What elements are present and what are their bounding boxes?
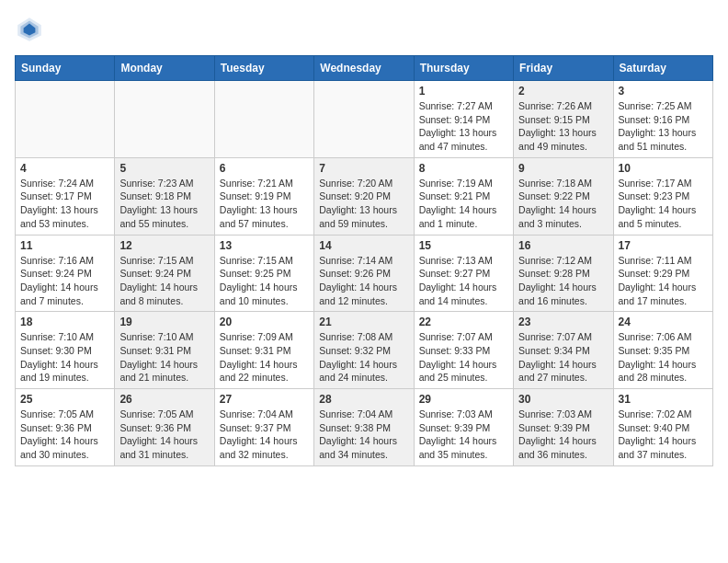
calendar-cell: 24Sunrise: 7:06 AM Sunset: 9:35 PM Dayli…: [613, 312, 712, 389]
day-info: Sunrise: 7:02 AM Sunset: 9:40 PM Dayligh…: [619, 408, 708, 462]
day-info: Sunrise: 7:11 AM Sunset: 9:29 PM Dayligh…: [619, 254, 708, 308]
day-number: 1: [419, 85, 508, 98]
day-info: Sunrise: 7:23 AM Sunset: 9:18 PM Dayligh…: [119, 177, 209, 231]
day-info: Sunrise: 7:08 AM Sunset: 9:32 PM Dayligh…: [319, 330, 408, 385]
day-number: 7: [319, 162, 408, 175]
calendar-cell: [16, 81, 115, 158]
day-info: Sunrise: 7:03 AM Sunset: 9:39 PM Dayligh…: [518, 408, 608, 462]
day-number: 8: [419, 162, 508, 175]
calendar-cell: 6Sunrise: 7:21 AM Sunset: 9:19 PM Daylig…: [214, 157, 313, 235]
calendar-cell: 28Sunrise: 7:04 AM Sunset: 9:38 PM Dayli…: [314, 389, 414, 466]
day-info: Sunrise: 7:16 AM Sunset: 9:24 PM Dayligh…: [20, 254, 109, 308]
calendar-cell: 19Sunrise: 7:10 AM Sunset: 9:31 PM Dayli…: [115, 312, 214, 389]
calendar-cell: 26Sunrise: 7:05 AM Sunset: 9:36 PM Dayli…: [115, 389, 214, 466]
day-info: Sunrise: 7:24 AM Sunset: 9:17 PM Dayligh…: [20, 177, 109, 231]
calendar-cell: 30Sunrise: 7:03 AM Sunset: 9:39 PM Dayli…: [514, 389, 613, 466]
calendar-cell: 15Sunrise: 7:13 AM Sunset: 9:27 PM Dayli…: [414, 235, 513, 312]
day-number: 27: [220, 393, 309, 406]
day-number: 24: [619, 316, 708, 328]
page-header: [15, 15, 713, 44]
calendar-cell: 10Sunrise: 7:17 AM Sunset: 9:23 PM Dayli…: [613, 157, 712, 235]
day-number: 6: [220, 162, 309, 175]
day-info: Sunrise: 7:20 AM Sunset: 9:20 PM Dayligh…: [319, 177, 408, 231]
day-info: Sunrise: 7:18 AM Sunset: 9:22 PM Dayligh…: [518, 177, 608, 231]
calendar-week-1: 4Sunrise: 7:24 AM Sunset: 9:17 PM Daylig…: [16, 157, 713, 235]
day-info: Sunrise: 7:25 AM Sunset: 9:16 PM Dayligh…: [619, 99, 708, 154]
calendar-cell: 8Sunrise: 7:19 AM Sunset: 9:21 PM Daylig…: [414, 157, 513, 235]
day-number: 22: [419, 316, 508, 328]
calendar-cell: 4Sunrise: 7:24 AM Sunset: 9:17 PM Daylig…: [16, 157, 115, 235]
day-number: 2: [518, 85, 608, 98]
day-number: 30: [518, 393, 608, 406]
calendar-header: SundayMondayTuesdayWednesdayThursdayFrid…: [16, 56, 713, 81]
weekday-header-wednesday: Wednesday: [314, 56, 414, 81]
day-number: 23: [518, 316, 608, 328]
calendar-cell: 20Sunrise: 7:09 AM Sunset: 9:31 PM Dayli…: [214, 312, 313, 389]
day-number: 26: [119, 393, 209, 406]
day-number: 31: [619, 393, 708, 406]
day-number: 4: [20, 162, 109, 175]
day-number: 19: [119, 316, 209, 328]
day-info: Sunrise: 7:04 AM Sunset: 9:38 PM Dayligh…: [319, 408, 408, 462]
day-number: 12: [119, 239, 209, 252]
calendar-cell: 7Sunrise: 7:20 AM Sunset: 9:20 PM Daylig…: [314, 157, 414, 235]
day-info: Sunrise: 7:06 AM Sunset: 9:35 PM Dayligh…: [619, 330, 708, 385]
calendar-cell: 5Sunrise: 7:23 AM Sunset: 9:18 PM Daylig…: [115, 157, 214, 235]
calendar-cell: 31Sunrise: 7:02 AM Sunset: 9:40 PM Dayli…: [613, 389, 712, 466]
day-number: 9: [518, 162, 608, 175]
calendar-cell: 3Sunrise: 7:25 AM Sunset: 9:16 PM Daylig…: [613, 81, 712, 158]
calendar-cell: 11Sunrise: 7:16 AM Sunset: 9:24 PM Dayli…: [16, 235, 115, 312]
day-number: 17: [619, 239, 708, 252]
day-number: 29: [419, 393, 508, 406]
calendar-cell: [314, 81, 414, 158]
day-info: Sunrise: 7:12 AM Sunset: 9:28 PM Dayligh…: [518, 254, 608, 308]
day-info: Sunrise: 7:10 AM Sunset: 9:30 PM Dayligh…: [20, 330, 109, 385]
calendar-week-2: 11Sunrise: 7:16 AM Sunset: 9:24 PM Dayli…: [16, 235, 713, 312]
day-info: Sunrise: 7:09 AM Sunset: 9:31 PM Dayligh…: [220, 330, 309, 385]
logo-icon: [15, 15, 44, 44]
calendar-cell: 18Sunrise: 7:10 AM Sunset: 9:30 PM Dayli…: [16, 312, 115, 389]
calendar-cell: 25Sunrise: 7:05 AM Sunset: 9:36 PM Dayli…: [16, 389, 115, 466]
logo: [15, 15, 48, 44]
calendar-cell: 17Sunrise: 7:11 AM Sunset: 9:29 PM Dayli…: [613, 235, 712, 312]
weekday-header-monday: Monday: [115, 56, 214, 81]
calendar-table: SundayMondayTuesdayWednesdayThursdayFrid…: [15, 55, 713, 466]
weekday-header-sunday: Sunday: [16, 56, 115, 81]
day-info: Sunrise: 7:21 AM Sunset: 9:19 PM Dayligh…: [220, 177, 309, 231]
day-info: Sunrise: 7:05 AM Sunset: 9:36 PM Dayligh…: [20, 408, 109, 462]
day-info: Sunrise: 7:26 AM Sunset: 9:15 PM Dayligh…: [518, 99, 608, 154]
day-number: 10: [619, 162, 708, 175]
weekday-header-friday: Friday: [514, 56, 613, 81]
calendar-cell: 9Sunrise: 7:18 AM Sunset: 9:22 PM Daylig…: [514, 157, 613, 235]
day-number: 14: [319, 239, 408, 252]
day-number: 15: [419, 239, 508, 252]
calendar-cell: 22Sunrise: 7:07 AM Sunset: 9:33 PM Dayli…: [414, 312, 513, 389]
calendar-cell: [214, 81, 313, 158]
day-number: 21: [319, 316, 408, 328]
calendar-cell: 1Sunrise: 7:27 AM Sunset: 9:14 PM Daylig…: [414, 81, 513, 158]
day-info: Sunrise: 7:13 AM Sunset: 9:27 PM Dayligh…: [419, 254, 508, 308]
day-number: 5: [119, 162, 209, 175]
day-info: Sunrise: 7:05 AM Sunset: 9:36 PM Dayligh…: [119, 408, 209, 462]
weekday-header-thursday: Thursday: [414, 56, 513, 81]
calendar-cell: 14Sunrise: 7:14 AM Sunset: 9:26 PM Dayli…: [314, 235, 414, 312]
day-number: 18: [20, 316, 109, 328]
day-info: Sunrise: 7:17 AM Sunset: 9:23 PM Dayligh…: [619, 177, 708, 231]
calendar-cell: 16Sunrise: 7:12 AM Sunset: 9:28 PM Dayli…: [514, 235, 613, 312]
day-info: Sunrise: 7:03 AM Sunset: 9:39 PM Dayligh…: [419, 408, 508, 462]
day-info: Sunrise: 7:10 AM Sunset: 9:31 PM Dayligh…: [119, 330, 209, 385]
weekday-header-tuesday: Tuesday: [214, 56, 313, 81]
day-info: Sunrise: 7:04 AM Sunset: 9:37 PM Dayligh…: [220, 408, 309, 462]
day-info: Sunrise: 7:27 AM Sunset: 9:14 PM Dayligh…: [419, 99, 508, 154]
day-number: 20: [220, 316, 309, 328]
day-info: Sunrise: 7:07 AM Sunset: 9:33 PM Dayligh…: [419, 330, 508, 385]
calendar-cell: [115, 81, 214, 158]
day-number: 16: [518, 239, 608, 252]
weekday-header-saturday: Saturday: [613, 56, 712, 81]
calendar-cell: 2Sunrise: 7:26 AM Sunset: 9:15 PM Daylig…: [514, 81, 613, 158]
day-number: 11: [20, 239, 109, 252]
day-info: Sunrise: 7:07 AM Sunset: 9:34 PM Dayligh…: [518, 330, 608, 385]
calendar-cell: 21Sunrise: 7:08 AM Sunset: 9:32 PM Dayli…: [314, 312, 414, 389]
calendar-cell: 27Sunrise: 7:04 AM Sunset: 9:37 PM Dayli…: [214, 389, 313, 466]
day-info: Sunrise: 7:19 AM Sunset: 9:21 PM Dayligh…: [419, 177, 508, 231]
